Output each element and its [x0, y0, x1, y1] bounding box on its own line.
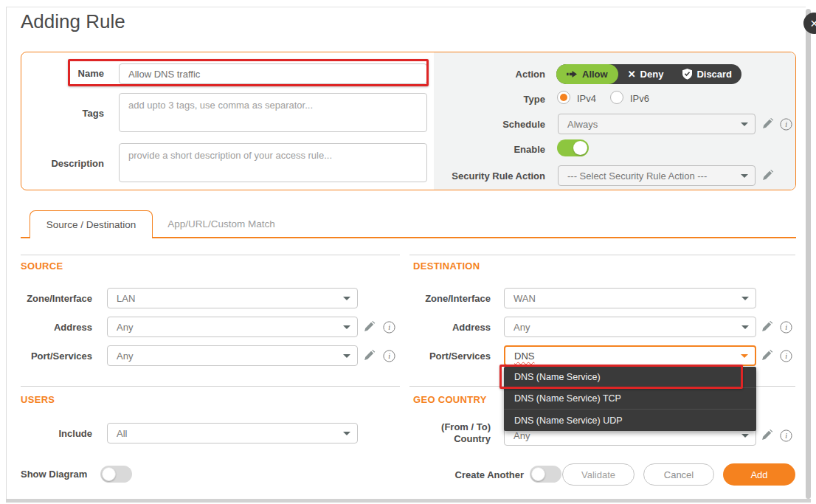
- dialog-bottom-edge: [6, 499, 811, 503]
- security-rule-action-label: Security Rule Action: [398, 170, 545, 182]
- destination-port-info-icon[interactable]: i: [779, 349, 792, 362]
- chevron-down-icon: [741, 354, 748, 358]
- schedule-value: Always: [567, 119, 598, 130]
- action-deny-button[interactable]: ✕ Deny: [618, 69, 674, 80]
- ipv6-radio[interactable]: [610, 91, 623, 104]
- action-allow-button[interactable]: Allow: [556, 64, 618, 84]
- source-port-edit-icon[interactable]: [363, 349, 376, 362]
- show-diagram-toggle[interactable]: [100, 466, 132, 483]
- users-heading: USERS: [21, 394, 55, 405]
- enable-label: Enable: [412, 144, 545, 155]
- ipv4-radio-label: IPv4: [577, 93, 596, 104]
- menu-item-label: DNS (Name Service) TCP: [514, 393, 621, 404]
- show-diagram-label: Show Diagram: [21, 469, 102, 480]
- menu-item-dns-tcp[interactable]: DNS (Name Service) TCP: [504, 388, 756, 410]
- ipv4-radio[interactable]: [557, 91, 570, 104]
- adding-rule-dialog: ✕ Adding Rule Name Tags Description Acti…: [0, 0, 816, 504]
- page-title: Adding Rule: [21, 10, 125, 33]
- source-zone-select[interactable]: LAN: [107, 288, 358, 308]
- enable-toggle[interactable]: [557, 139, 589, 156]
- ipv6-radio-label: IPv6: [630, 93, 649, 104]
- deny-x-icon: ✕: [628, 69, 636, 80]
- tab-source-destination[interactable]: Source / Destination: [30, 210, 153, 238]
- add-button-label: Add: [750, 469, 767, 480]
- destination-address-info-icon[interactable]: i: [779, 320, 792, 334]
- source-address-label: Address: [4, 322, 92, 333]
- source-heading: SOURCE: [21, 260, 63, 272]
- description-label: Description: [30, 158, 104, 169]
- action-discard-button[interactable]: Discard: [673, 69, 741, 80]
- tags-label: Tags: [30, 108, 104, 119]
- destination-zone-label: Zone/Interface: [387, 293, 491, 304]
- source-address-value: Any: [117, 322, 133, 333]
- geo-country-info-icon[interactable]: i: [779, 429, 792, 442]
- destination-address-select[interactable]: Any: [504, 317, 756, 337]
- menu-item-label: DNS (Name Service): [514, 372, 601, 382]
- users-divider: [21, 386, 400, 387]
- security-rule-action-value: --- Select Security Rule Action ---: [567, 170, 707, 182]
- users-include-select[interactable]: All: [107, 423, 358, 443]
- chevron-down-icon: [343, 297, 350, 300]
- action-segmented-control: Allow ✕ Deny Discard: [556, 64, 741, 84]
- toggle-knob: [102, 467, 116, 481]
- validate-button[interactable]: Validate: [562, 463, 635, 486]
- menu-item-dns-udp[interactable]: DNS (Name Service) UDP: [504, 410, 756, 431]
- destination-port-value: DNS: [514, 351, 534, 362]
- destination-zone-select[interactable]: WAN: [504, 288, 756, 308]
- toggle-knob: [531, 467, 545, 481]
- destination-zone-value: WAN: [514, 293, 536, 304]
- allow-arrow-icon: [567, 70, 578, 78]
- schedule-info-icon[interactable]: i: [779, 117, 792, 131]
- source-zone-value: LAN: [117, 293, 135, 304]
- destination-divider: [409, 255, 795, 255]
- destination-port-edit-icon[interactable]: [761, 349, 774, 362]
- port-services-dropdown-menu: DNS (Name Service) DNS (Name Service) TC…: [504, 367, 756, 431]
- chevron-down-icon: [343, 354, 350, 358]
- schedule-edit-icon[interactable]: [761, 117, 775, 131]
- tab-app-url-custom-match[interactable]: App/URL/Custom Match: [153, 210, 290, 238]
- chevron-down-icon: [741, 325, 749, 329]
- validate-button-label: Validate: [581, 469, 615, 480]
- create-another-toggle[interactable]: [530, 466, 561, 483]
- add-button[interactable]: Add: [723, 463, 795, 486]
- close-icon: ✕: [810, 18, 816, 30]
- destination-address-edit-icon[interactable]: [761, 320, 774, 334]
- name-label: Name: [30, 68, 104, 79]
- cancel-button[interactable]: Cancel: [643, 463, 714, 486]
- svg-text:i: i: [785, 120, 787, 128]
- source-address-edit-icon[interactable]: [363, 320, 376, 334]
- name-input[interactable]: [119, 63, 427, 84]
- geo-country-edit-icon[interactable]: [761, 429, 774, 442]
- destination-port-label: Port/Services: [387, 351, 491, 362]
- menu-item-label: DNS (Name Service) UDP: [514, 415, 623, 426]
- vertical-scrollbar[interactable]: [806, 9, 811, 499]
- action-discard-label: Discard: [696, 69, 732, 80]
- action-allow-label: Allow: [582, 69, 608, 80]
- type-label: Type: [412, 94, 545, 105]
- users-include-value: All: [117, 428, 127, 439]
- menu-item-dns[interactable]: DNS (Name Service): [504, 367, 756, 388]
- schedule-select[interactable]: Always: [558, 114, 756, 134]
- source-zone-label: Zone/Interface: [4, 293, 92, 304]
- source-port-value: Any: [117, 351, 133, 362]
- tab-label: App/URL/Custom Match: [167, 218, 275, 229]
- dialog-left-border: [6, 7, 7, 499]
- toggle-knob: [573, 141, 587, 155]
- source-port-select[interactable]: Any: [107, 345, 358, 366]
- schedule-label: Schedule: [412, 119, 545, 130]
- description-input[interactable]: [119, 143, 427, 182]
- destination-address-value: Any: [514, 322, 530, 333]
- rule-general-panel: Name Tags Description Action Allow ✕ Den…: [21, 52, 796, 190]
- geo-heading: GEO COUNTRY: [413, 394, 487, 405]
- tags-input[interactable]: [119, 93, 427, 132]
- geo-country-label-line2: Country: [387, 433, 491, 444]
- geo-country-label-line1: (From / To): [387, 421, 491, 432]
- security-rule-action-select[interactable]: --- Select Security Rule Action ---: [558, 165, 756, 186]
- source-divider: [21, 255, 400, 255]
- chevron-down-icon: [741, 434, 749, 438]
- security-rule-action-edit-icon[interactable]: [761, 169, 775, 182]
- svg-text:i: i: [785, 352, 787, 360]
- create-another-label: Create Another: [413, 469, 524, 480]
- source-address-select[interactable]: Any: [107, 317, 358, 337]
- destination-port-combobox[interactable]: DNS: [504, 345, 756, 366]
